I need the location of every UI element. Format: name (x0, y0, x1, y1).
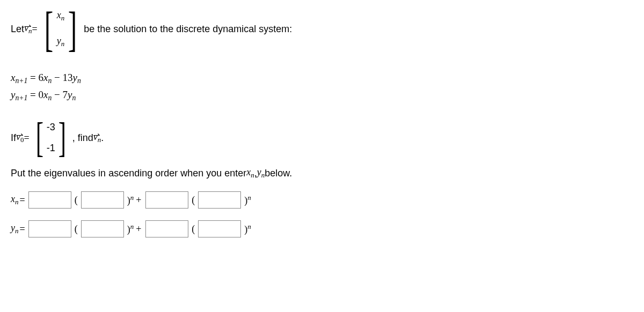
bracket-right: ] (68, 8, 77, 51)
input-yn-base1[interactable] (81, 220, 124, 237)
input-yn-coef2[interactable] (145, 220, 188, 237)
system-equations: xn+1 = 6xn − 13yn yn+1 = 0xn − 7yn (11, 72, 633, 102)
text-let: Let (11, 24, 24, 35)
var-vn2: ⇀vn (93, 131, 101, 144)
input-xn-coef1[interactable] (28, 191, 71, 209)
line-if-v0: If ⇀v0 = [ -3 -1 ] , find ⇀vn. (11, 118, 633, 157)
text-solution: be the solution to the discrete dynamica… (84, 24, 292, 35)
eq-sign: = (32, 24, 38, 35)
matrix-v0: [ -3 -1 ] (33, 118, 69, 157)
bracket-left: [ (44, 8, 53, 51)
input-xn-coef2[interactable] (145, 191, 188, 209)
input-yn-coef1[interactable] (28, 220, 71, 237)
answer-row-xn: xn = ( )n + ( )n (11, 191, 633, 209)
eq-y: yn+1 = 0xn − 7yn (11, 89, 633, 102)
label-xn: xn (11, 194, 18, 206)
input-xn-base2[interactable] (198, 191, 241, 209)
text-find: , find (72, 132, 93, 144)
label-yn: yn (11, 222, 18, 235)
text-if: If (11, 132, 16, 144)
instruction-text: Put the eigenvalues in ascending order w… (11, 167, 633, 180)
v0-bot: -1 (47, 143, 55, 154)
line-let-vn: Let ⇀vn = [ xn yn ] be the solution to t… (11, 6, 633, 51)
matrix-xn-yn: [ xn yn ] (41, 6, 80, 51)
answer-row-yn: yn = ( )n + ( )n (11, 220, 633, 237)
var-vn: ⇀vn (24, 23, 32, 35)
var-v0: ⇀v0 (16, 131, 24, 144)
input-xn-base1[interactable] (81, 191, 124, 209)
input-yn-base2[interactable] (198, 220, 241, 237)
v0-top: -3 (47, 122, 55, 133)
eq-x: xn+1 = 6xn − 13yn (11, 72, 633, 85)
